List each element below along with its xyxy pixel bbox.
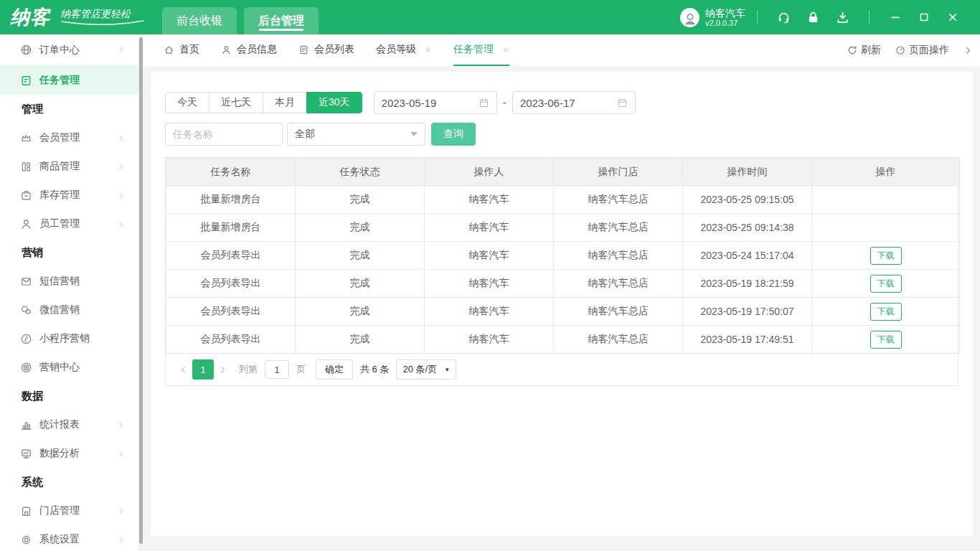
name-cell: 会员列表导出 [166,298,296,326]
chevron-down-icon: ▼ [444,367,450,373]
range-button-last-7-days[interactable]: 近七天 [209,92,263,113]
tab-label: 会员信息 [237,43,277,56]
sidebar-item-system-settings[interactable]: 系统设置 [0,525,143,551]
sidebar-scrollbar-thumb[interactable] [139,37,143,544]
range-button-this-month[interactable]: 本月 [263,92,307,113]
miniprogram-icon [20,333,32,345]
page-size-select[interactable]: 20 条/页 ▼ [396,359,456,380]
tab-home[interactable]: 首页 [164,34,199,66]
page-ops-button[interactable]: 页面操作 [895,44,949,57]
tab-task-management[interactable]: 任务管理 [453,34,509,66]
status-select[interactable]: 全部 [287,123,425,146]
refresh-button[interactable]: 刷新 [847,44,881,57]
sidebar-item-inventory-management[interactable]: 库存管理 [0,181,143,209]
status-cell: 完成 [296,214,425,242]
start-date-input[interactable]: 2023-05-19 [374,91,497,114]
sidebar-item-store-management[interactable]: 门店管理 [0,496,143,525]
sidebar-item-member-management[interactable]: 会员管理 [0,123,143,152]
tab-member-level[interactable]: 会员等级 [376,34,432,66]
action-cell: 下载 [812,298,960,326]
search-button[interactable]: 查询 [431,123,476,146]
sidebar-item-label: 数据分析 [39,447,80,460]
sidebar-item-marketing-center[interactable]: 营销中心 [0,353,143,382]
end-date-input[interactable]: 2023-06-17 [512,91,636,114]
task-name-input[interactable] [165,123,283,146]
range-button-last-30-days[interactable]: 近30天 [306,92,362,113]
lock-icon[interactable] [806,11,820,24]
sidebar-section-system: 系统 [0,468,143,496]
gauge-icon [895,45,905,55]
sidebar-item-order-center[interactable]: 订单中心 [0,34,143,66]
nav-tab-backend-management[interactable]: 后台管理 [244,7,319,34]
store-cell: 纳客汽车总店 [554,270,683,298]
sidebar-item-label: 微信营销 [39,303,80,316]
minimize-button[interactable] [890,11,901,23]
page-size-value: 20 条/页 [402,363,437,376]
name-cell: 批量新增房台 [166,186,296,214]
operator-cell: 纳客汽车 [425,270,554,298]
member-crown-icon [20,132,32,144]
action-cell: 下载 [812,326,960,354]
headset-icon[interactable] [777,11,791,24]
range-button-today[interactable]: 今天 [165,92,209,113]
topbar-right: 纳客汽车 v2.0.0.37 [680,0,980,34]
table-row: 会员列表导出完成纳客汽车纳客汽车总店2023-05-24 15:17:04下载 [166,242,960,270]
current-page-button[interactable]: 1 [192,359,214,380]
download-button[interactable]: 下载 [870,275,902,293]
maximize-button[interactable] [918,11,930,23]
status-cell: 完成 [296,186,425,214]
sidebar-item-sms-marketing[interactable]: 短信营销 [0,267,143,296]
staff-person-icon [20,218,32,230]
chevron-right-icon[interactable] [963,46,973,55]
sidebar-item-staff-management[interactable]: 员工管理 [0,209,143,238]
download-icon[interactable] [836,11,849,24]
goods-icon [20,161,32,173]
sidebar-item-miniprogram-marketing[interactable]: 小程序营销 [0,324,143,353]
sidebar-item-goods-management[interactable]: 商品管理 [0,152,143,181]
sidebar-section-marketing: 营销 [0,238,143,267]
goto-label: 到第 [239,363,258,376]
sidebar-item-label: 系统设置 [39,533,80,546]
sidebar-item-wechat-marketing[interactable]: 微信营销 [0,296,143,324]
marketing-target-icon [20,362,32,374]
user-name: 纳客汽车 [705,7,745,19]
date-separator: - [503,96,507,109]
download-button[interactable]: 下载 [870,247,902,265]
content-panel: 今天近七天本月近30天 2023-05-19 - 2023-06-17 全部 查… [151,72,973,536]
close-icon[interactable] [424,46,432,54]
time-cell: 2023-05-19 18:21:59 [683,270,812,298]
operator-cell: 纳客汽车 [425,298,554,326]
column-header: 操作人 [425,159,554,186]
sidebar-item-data-analysis[interactable]: 数据分析 [0,439,143,468]
goto-page-input[interactable] [265,360,289,379]
sidebar-item-statistics-report[interactable]: 统计报表 [0,410,143,439]
sidebar-scrollbar-track[interactable] [138,34,143,551]
time-cell: 2023-05-25 09:14:38 [683,214,812,242]
calendar-icon [617,98,628,108]
divider [869,10,870,24]
close-icon[interactable] [501,46,509,54]
sidebar-item-label: 短信营销 [39,275,80,288]
confirm-page-button[interactable]: 确定 [316,359,353,380]
prev-page-button[interactable] [179,365,188,375]
sidebar-item-task-management[interactable]: 任务管理 [0,66,143,95]
download-button[interactable]: 下载 [870,331,902,349]
analysis-monitor-icon [20,448,32,460]
total-count-label: 共 6 条 [360,363,389,376]
next-page-button[interactable] [218,365,227,375]
calendar-icon [479,98,489,108]
table-row: 批量新增房台完成纳客汽车纳客汽车总店2023-05-25 09:14:38 [166,214,960,242]
nav-tab-front-cashier[interactable]: 前台收银 [162,7,237,34]
avatar[interactable] [680,8,699,27]
tab-member-info[interactable]: 会员信息 [221,34,277,66]
chevron-right-icon [117,163,125,171]
nav-tab-label: 前台收银 [176,14,222,29]
close-button[interactable] [947,11,958,23]
inventory-box-icon [20,189,32,202]
chevron-right-icon [117,421,125,429]
sms-envelope-icon [20,276,32,288]
tab-member-list[interactable]: 会员列表 [298,34,354,66]
download-button[interactable]: 下载 [870,303,902,321]
tab-label: 会员列表 [314,43,354,56]
status-cell: 完成 [296,326,425,354]
